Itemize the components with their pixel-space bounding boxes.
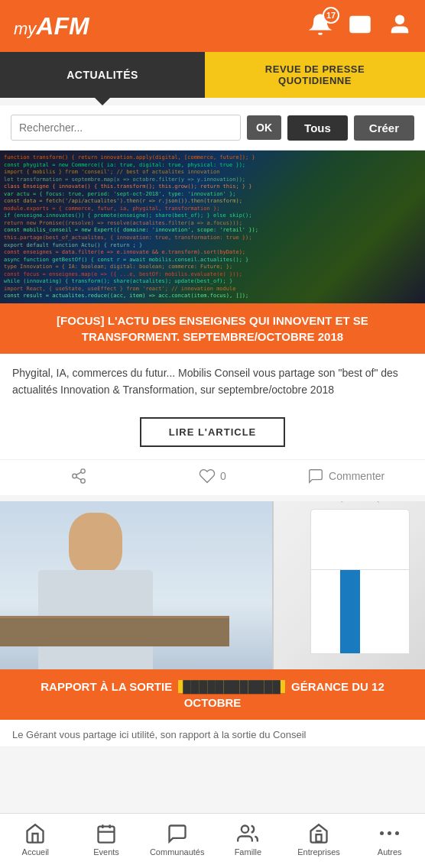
nav-tabs: ACTUALITÉS REVUE DE PRESSE QUOTIDIENNE [0,52,425,98]
nav-communautes-label: Communautés [150,847,205,857]
article-card-1: function transform() { return innovation… [0,151,425,495]
article-image-2 [0,501,425,669]
profile-button[interactable] [388,13,411,39]
lire-article-button[interactable]: LIRE L'ARTICLE [140,417,286,447]
article-card-2: RAPPORT À LA SORTIE ████████████ GÉRANCE… [0,501,425,748]
search-bar: OK Tous Créer [0,105,425,151]
filter-tous-button[interactable]: Tous [287,115,348,141]
share-action[interactable] [12,468,146,484]
like-action[interactable]: 0 [146,468,280,484]
filter-creer-button[interactable]: Créer [354,115,414,141]
article-title-2: RAPPORT À LA SORTIE ████████████ GÉRANCE… [0,669,425,720]
nav-entreprises-label: Entreprises [297,847,340,857]
svg-point-1 [81,469,86,474]
nav-communautes[interactable]: Communautés [141,814,212,868]
nav-autres-label: Autres [378,847,402,857]
svg-point-2 [73,474,77,478]
article-title-1: [FOCUS] L'ACTU DES ENSEIGNES QUI INNOVEN… [0,303,425,354]
app-logo: myAFM [14,12,89,40]
svg-rect-11 [316,834,322,841]
notification-badge: 17 [323,7,339,24]
app-header: myAFM 17 [0,0,425,52]
svg-line-5 [76,472,81,475]
article-excerpt-2: Le Gérant vous partage ici utilité, son … [0,720,425,748]
article-excerpt-1: Phygital, IA, commerces du futur... Mobi… [0,354,425,410]
bottom-navigation: Accueil Events Communautés Famille E [0,813,425,868]
nav-events[interactable]: Events [71,814,142,868]
nav-accueil[interactable]: Accueil [0,814,71,868]
nav-entreprises[interactable]: Entreprises [284,814,355,868]
tab-revue-presse[interactable]: REVUE DE PRESSE QUOTIDIENNE [205,52,425,98]
search-input[interactable] [11,115,241,141]
nav-autres[interactable]: Autres [354,814,425,868]
svg-rect-6 [99,826,115,842]
tab-actualites[interactable]: ACTUALITÉS [0,52,205,98]
nav-accueil-label: Accueil [22,847,49,857]
nav-events-label: Events [93,847,119,857]
logo-my: my [14,19,36,38]
comment-label: Commenter [329,470,384,482]
header-icons: 17 [309,13,411,39]
article-image-1: function transform() { return innovation… [0,151,425,303]
logo-afm: AFM [36,12,89,40]
nav-famille[interactable]: Famille [212,814,284,868]
like-count: 0 [220,470,226,482]
messages-button[interactable] [349,13,371,39]
notifications-button[interactable]: 17 [309,13,332,39]
search-ok-button[interactable]: OK [247,115,281,140]
code-background: function transform() { return innovation… [0,151,425,303]
nav-famille-label: Famille [235,847,261,857]
svg-point-3 [81,478,86,483]
svg-line-4 [76,477,81,480]
svg-point-0 [396,16,404,24]
article-cta-1: LIRE L'ARTICLE [0,410,425,459]
svg-point-10 [242,825,248,832]
comment-action[interactable]: Commenter [279,468,413,484]
article-actions-1: 0 Commenter [0,459,425,495]
